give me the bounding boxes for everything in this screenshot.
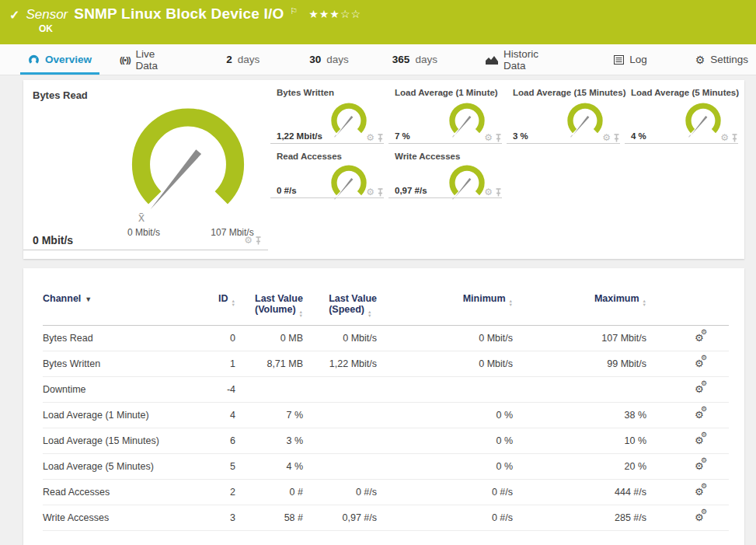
channel-settings-icon[interactable]: ⚙⚙ [695, 461, 704, 471]
pin-icon[interactable] [255, 236, 262, 245]
channel-settings-icon[interactable]: ⚙⚙ [695, 384, 704, 394]
gauge-current-value: 0 Mbit/s [33, 234, 73, 246]
tab-historic-data[interactable]: Historic Data [478, 44, 569, 75]
gauge-cell-read-accesses: Read Accesses 0 #/s ⚙ [270, 150, 384, 198]
cell-last-volume: 0 MB [235, 326, 303, 351]
tab-30-days[interactable]: 30 days [301, 44, 357, 75]
tab-2-days[interactable]: 2 days [218, 44, 267, 75]
cell-channel: Write Accesses [43, 505, 186, 531]
cell-minimum: 0 Mbit/s [377, 326, 513, 351]
flag-icon[interactable]: ⚐ [290, 6, 298, 16]
pin-icon[interactable] [495, 188, 502, 197]
cell-channel: Load Average (1 Minute) [43, 403, 186, 428]
tab-log[interactable]: Log [606, 44, 655, 75]
cell-id: 1 [186, 351, 235, 377]
table-header-row: Channel▼ ID▲▼ Last Value(Volume)▲▼ Last … [43, 293, 729, 326]
cell-last-speed [303, 403, 377, 428]
gauge-cell-load-average-1-minute: Load Average (1 Minute) 7 % ⚙ [388, 86, 502, 144]
gauge-current-value: 3 % [513, 131, 528, 141]
tab-365-days[interactable]: 365 days [385, 44, 445, 75]
gauge-current-value: 4 % [631, 131, 646, 141]
table-row: Bytes Read 0 0 MB 0 Mbit/s 0 Mbit/s 107 … [43, 326, 729, 351]
tab-number: 2 [226, 54, 232, 65]
cell-maximum: 107 Mbit/s [513, 326, 646, 351]
gauge-cell-bytes-written: Bytes Written 1,22 Mbit/s ⚙ [270, 86, 384, 144]
gauge-current-value: 0 #/s [277, 186, 297, 195]
table-row: Load Average (5 Minutes) 5 4 % 0 % 20 % … [43, 454, 729, 480]
area-chart-icon [486, 55, 498, 65]
channel-settings-icon[interactable]: ⚙⚙ [695, 487, 704, 497]
gauge-title: Bytes Written [277, 88, 334, 97]
tab-label: Live Data [136, 48, 179, 72]
gear-icon[interactable]: ⚙ [366, 187, 375, 197]
column-header-minimum[interactable]: Minimum▲▼ [377, 293, 513, 326]
table-row: Load Average (1 Minute) 4 7 % 0 % 38 % ⚙… [43, 403, 729, 428]
priority-stars[interactable]: ★★★☆☆ [308, 8, 361, 20]
cell-minimum [377, 377, 513, 403]
sort-desc-icon: ▼ [85, 295, 92, 303]
sort-icon: ▲▼ [368, 310, 371, 318]
column-header-last-value-speed[interactable]: Last Value(Speed)▲▼ [303, 293, 377, 326]
column-header-maximum[interactable]: Maximum▲▼ [513, 293, 646, 326]
gauge-min-label: 0 Mbit/s [113, 227, 175, 238]
column-label: Last Value [255, 293, 303, 304]
tab-number: 365 [392, 54, 410, 65]
gear-icon[interactable]: ⚙ [720, 133, 729, 142]
cell-last-volume: 3 % [235, 428, 303, 454]
pin-icon[interactable] [613, 134, 620, 142]
prtg-sensor-page: ✓ Sensor SNMP Linux Block Device I/O ⚐ ★… [0, 0, 756, 545]
gear-icon[interactable]: ⚙ [484, 187, 493, 197]
cell-last-volume: 8,71 MB [235, 351, 303, 377]
pin-icon[interactable] [377, 188, 384, 197]
gauge-cell-load-average-15-minutes: Load Average (15 Minutes) 3 % ⚙ [507, 86, 620, 144]
column-label: Minimum [463, 293, 506, 304]
radial-gauge: x̄ [110, 93, 266, 231]
channel-settings-icon[interactable]: ⚙⚙ [695, 410, 704, 420]
cell-last-speed [303, 377, 377, 403]
channel-settings-icon[interactable]: ⚙⚙ [695, 435, 704, 445]
cell-last-speed: 0,97 #/s [303, 505, 377, 531]
cell-channel: Load Average (5 Minutes) [43, 454, 186, 480]
channel-settings-icon[interactable]: ⚙⚙ [695, 333, 704, 343]
column-label: (Speed) [329, 304, 364, 315]
gear-icon[interactable]: ⚙ [602, 133, 611, 142]
cell-last-speed [303, 428, 377, 454]
cell-minimum: 0 #/s [377, 480, 513, 505]
table-row: Downtime -4 ⚙⚙ [43, 377, 729, 403]
cell-last-speed: 0 #/s [303, 480, 377, 505]
column-header-last-value-volume[interactable]: Last Value(Volume)▲▼ [235, 293, 303, 326]
cell-minimum: 0 Mbit/s [377, 351, 513, 377]
cell-last-volume: 58 # [235, 505, 303, 531]
gauge-cell-load-average-5-minutes: Load Average (5 Minutes) 4 % ⚙ [625, 86, 738, 144]
channel-settings-icon[interactable]: ⚙⚙ [695, 358, 704, 369]
cell-channel: Bytes Read [43, 326, 186, 351]
pin-icon[interactable] [731, 134, 738, 142]
cell-maximum: 10 % [513, 428, 646, 454]
cell-maximum [513, 377, 646, 403]
tab-number: 30 [309, 54, 321, 65]
channel-settings-icon[interactable]: ⚙⚙ [695, 512, 704, 522]
column-header-channel[interactable]: Channel▼ [43, 293, 186, 326]
tab-live-data[interactable]: ((•)) Live Data [112, 44, 186, 75]
gear-icon[interactable]: ⚙ [366, 133, 375, 142]
gauge-title: Load Average (15 Minutes) [513, 88, 626, 97]
cell-channel: Bytes Written [43, 351, 186, 377]
tab-bar: Overview ((•)) Live Data 2 days 30 days … [0, 44, 756, 75]
column-header-id[interactable]: ID▲▼ [186, 293, 235, 326]
channels-panel: Channel▼ ID▲▼ Last Value(Volume)▲▼ Last … [23, 268, 744, 545]
cell-id: 0 [186, 326, 235, 351]
gear-icon: ⚙ [695, 54, 705, 66]
column-label: ID [218, 293, 228, 304]
broadcast-icon: ((•)) [120, 55, 131, 65]
cell-maximum: 20 % [513, 454, 646, 480]
tab-settings[interactable]: ⚙ Settings [688, 44, 756, 75]
pin-icon[interactable] [377, 134, 384, 142]
gear-icon[interactable]: ⚙ [484, 133, 493, 142]
tab-overview[interactable]: Overview [20, 44, 99, 75]
cell-id: 6 [186, 428, 235, 454]
table-row: Read Accesses 2 0 # 0 #/s 0 #/s 444 #/s … [43, 480, 729, 505]
sort-icon: ▲▼ [643, 299, 646, 307]
pin-icon[interactable] [495, 134, 502, 142]
cell-id: 3 [186, 505, 235, 531]
gear-icon[interactable]: ⚙ [244, 236, 253, 245]
